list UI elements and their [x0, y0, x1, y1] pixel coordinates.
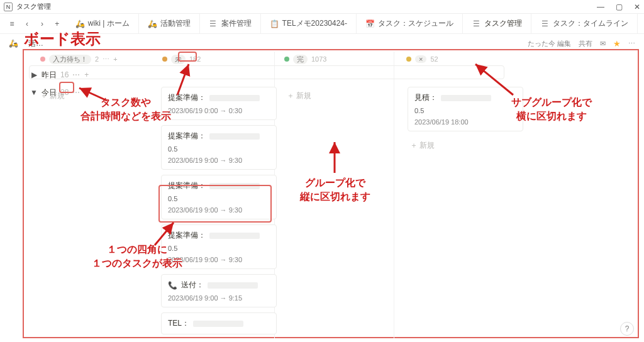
tab-icon: 📋 [270, 19, 279, 28]
nav-forward[interactable]: › [36, 19, 48, 28]
last-edited: たった今 編集 [528, 39, 571, 48]
tab-icon: ☰ [540, 19, 549, 28]
favorite-star-icon[interactable]: ★ [613, 39, 621, 48]
tab-label: 活動管理 [160, 18, 191, 29]
tab-label: タスク：タイムライン [553, 18, 628, 29]
add-icon[interactable]: + [113, 55, 117, 63]
column-label: 入力待ち！ [49, 55, 91, 64]
redacted-text [209, 233, 260, 239]
annotation-counts: タスク数や合計時間などを表示 [63, 96, 189, 123]
annotation-highlight-groupcount [59, 82, 74, 93]
task-card[interactable]: 提案準備： 0.5 2023/06/19 9:00 → 9:30 [161, 125, 277, 170]
tab[interactable]: 📅タスク：スケジュール [357, 14, 463, 33]
phone-icon: 📞 [168, 281, 177, 290]
breadcrumb-icon: 🛵 [9, 39, 18, 48]
status-dot-icon [162, 57, 167, 62]
tab-strip: 🛵wiki | ホーム🛵活動管理☰案件管理📋TELメモ20230424-📅タスク… [67, 14, 638, 33]
card-date: 2023/06/19 9:00 → 9:30 [168, 157, 270, 164]
group-count: 16 [60, 70, 69, 79]
board-column-3: ＋ 新規 [284, 87, 400, 338]
redacted-text [209, 133, 260, 140]
tab-icon: 🛵 [148, 19, 157, 28]
tab-label: タスク管理 [484, 18, 522, 29]
column-header[interactable]: 完 1073 [284, 55, 326, 64]
window-close[interactable]: ✕ [634, 3, 640, 11]
annotation-title: ボード表示 [24, 29, 101, 49]
tab-icon: ☰ [472, 19, 480, 28]
column-count: 2 [95, 55, 99, 63]
board-columns: ＋ 新規 提案準備： 2023/06/19 0:00 → 0:30提案準備： 0… [26, 87, 523, 338]
group-row[interactable]: ▶ 昨日 16 ⋯ + [30, 67, 89, 83]
window-titlebar: N タスク管理 — ▢ ✕ [0, 0, 644, 14]
annotation-card: １つの四角に１つのタスクが表示 [74, 243, 200, 270]
app-icon: N [4, 3, 13, 11]
nav-newtab[interactable]: + [52, 19, 63, 28]
more-icon[interactable]: ⋯ [72, 70, 80, 79]
tab-icon: 📅 [365, 19, 374, 28]
task-card[interactable]: 📞送付： 2023/06/19 9:00 → 9:15 [161, 274, 277, 307]
column-count: 1073 [311, 55, 326, 63]
toggle-icon[interactable]: ▶ [30, 70, 38, 79]
window-controls: — ▢ ✕ [597, 3, 640, 11]
share-button[interactable]: 共有 [579, 39, 592, 48]
tab[interactable]: ☰タスク：タイムライン [531, 14, 638, 33]
tab-icon: ☰ [209, 19, 218, 28]
status-dot-icon [284, 57, 289, 62]
window-min[interactable]: — [597, 3, 604, 11]
add-card[interactable]: ＋ 新規 [284, 87, 400, 105]
column-header[interactable]: × 52 [406, 55, 438, 63]
add-card[interactable]: ＋ 新規 [408, 136, 523, 155]
board-column-1: ＋ 新規 [38, 87, 153, 338]
add-icon[interactable]: + [84, 70, 89, 79]
status-dot-icon [40, 57, 45, 62]
window-title: タスク管理 [16, 2, 51, 11]
tab[interactable]: ☰タスク管理 [463, 14, 531, 33]
tab-label: 案件管理 [221, 18, 252, 29]
tab-label: タスク：スケジュール [378, 18, 453, 29]
card-value: 0.5 [168, 145, 270, 153]
card-title: 提案準備： [168, 230, 270, 241]
column-label: × [415, 55, 426, 63]
tab-label: wiki | ホーム [88, 18, 130, 29]
status-dot-icon [406, 57, 411, 62]
board-column-4: 見積： 0.5 2023/06/19 18:00＋ 新規 [408, 87, 523, 338]
tab[interactable]: 📋TELメモ20230424- [261, 14, 357, 33]
redacted-text [209, 95, 260, 101]
card-title: TEL： [168, 318, 270, 329]
more-icon[interactable]: ⋯ [628, 40, 635, 48]
tab-label: TELメモ20230424- [282, 18, 347, 29]
column-header[interactable]: 入力待ち！ 2 ⋯+ [40, 55, 118, 64]
tab[interactable]: 🛵活動管理 [139, 14, 200, 33]
annotation-group: グループ化で縦に区切れます [282, 176, 389, 203]
column-count: 52 [430, 55, 438, 63]
tab-icon: 🛵 [75, 19, 84, 28]
tab[interactable]: ☰案件管理 [200, 14, 261, 33]
redacted-text [193, 321, 243, 327]
group-row-outline [29, 65, 504, 79]
redacted-text [441, 95, 491, 101]
menu-button[interactable]: ≡ [6, 19, 18, 28]
comments-icon[interactable]: ✉ [600, 40, 606, 48]
page-actions: たった今 編集 共有 ✉ ★ ⋯ [528, 39, 635, 48]
help-button[interactable]: ? [620, 322, 634, 336]
redacted-text [208, 282, 258, 289]
more-icon[interactable]: ⋯ [103, 55, 109, 63]
window-max[interactable]: ▢ [616, 3, 623, 11]
column-label: 完 [293, 55, 308, 64]
card-title: 📞送付： [168, 280, 270, 290]
card-date: 2023/06/19 9:00 → 9:15 [168, 294, 270, 302]
annotation-highlight-count [178, 52, 197, 62]
annotation-subgroup: サブグループ化で横に区切れます [486, 96, 618, 123]
annotation-highlight-card [158, 185, 272, 223]
nav-back[interactable]: ‹ [21, 19, 33, 28]
task-card[interactable]: TEL： [161, 312, 277, 334]
card-title: 提案準備： [168, 131, 270, 141]
group-label: 昨日 [42, 70, 57, 80]
board-column-headers: 入力待ち！ 2 ⋯+ 未 182 完 1073 × 52 [26, 52, 636, 67]
